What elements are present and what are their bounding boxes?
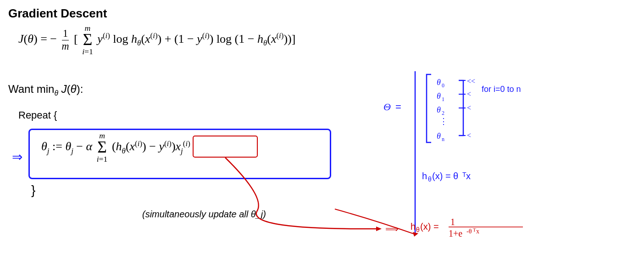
svg-text:h: h <box>422 171 427 181</box>
summation-symbol: m Σ i=1 <box>82 24 93 57</box>
svg-text:h: h <box>411 221 416 232</box>
svg-text:θ: θ <box>437 78 441 87</box>
h-theta-highlight-box <box>193 136 258 158</box>
svg-text:θ: θ <box>437 105 441 114</box>
svg-text:0: 0 <box>442 82 444 89</box>
page-title: Gradient Descent <box>8 6 107 21</box>
formula-body: y(i) log hθ(x(i)) + (1 − y(i)) log (1 − … <box>97 32 295 45</box>
svg-text:1+e: 1+e <box>449 228 462 238</box>
want-min-label: Want minθ J(θ): <box>8 83 83 97</box>
cost-function-formula: J(θ) = − 1 m [ m Σ i=1 y(i) log hθ(x(i))… <box>18 24 295 57</box>
svg-text:θ: θ <box>437 131 441 141</box>
svg-text:⟹: ⟹ <box>385 224 399 234</box>
svg-text:T: T <box>462 171 466 178</box>
fraction-1-m: 1 m <box>61 28 70 52</box>
svg-text:<: < <box>467 104 471 112</box>
svg-text:T: T <box>473 227 476 232</box>
svg-text:(x) =: (x) = <box>420 221 439 232</box>
svg-text:n: n <box>442 136 444 142</box>
svg-text:θ: θ <box>428 176 432 183</box>
page-container: Gradient Descent J(θ) = − 1 m [ m Σ i=1 … <box>0 0 644 272</box>
svg-text:1: 1 <box>450 217 455 227</box>
svg-text:x: x <box>466 171 471 181</box>
svg-text:-θ: -θ <box>466 228 472 235</box>
svg-text:x: x <box>476 228 479 235</box>
j-theta: J(θ) = − <box>18 32 57 45</box>
svg-text:θ: θ <box>437 91 441 101</box>
svg-text:<: < <box>467 131 471 139</box>
svg-text:(x) = θ: (x) = θ <box>432 171 458 181</box>
update-rule-formula: θj := θj − α m Σ i=1 (hθ(x(i)) − y(i))xj… <box>41 131 190 164</box>
closing-brace: } <box>31 183 35 198</box>
sum-in-update: m Σ i=1 <box>97 131 108 164</box>
repeat-label: Repeat { <box>18 109 57 121</box>
svg-text:θ: θ <box>416 226 420 233</box>
svg-text:⋮: ⋮ <box>439 117 448 126</box>
svg-text:2: 2 <box>442 110 444 116</box>
svg-text:Θ: Θ <box>383 101 391 113</box>
svg-marker-33 <box>413 232 418 237</box>
arrow-right-icon: ⇒ <box>12 149 22 164</box>
svg-text:<: < <box>467 90 471 98</box>
svg-text:1: 1 <box>442 96 444 102</box>
simultaneously-label: (simultaneously update all θ_j) <box>142 209 266 220</box>
svg-text:=: = <box>395 101 401 113</box>
svg-text:for  i=0 to n: for i=0 to n <box>482 85 521 94</box>
svg-marker-22 <box>376 227 382 231</box>
bracket-open: [ <box>74 32 78 45</box>
svg-text:<<: << <box>467 77 475 85</box>
